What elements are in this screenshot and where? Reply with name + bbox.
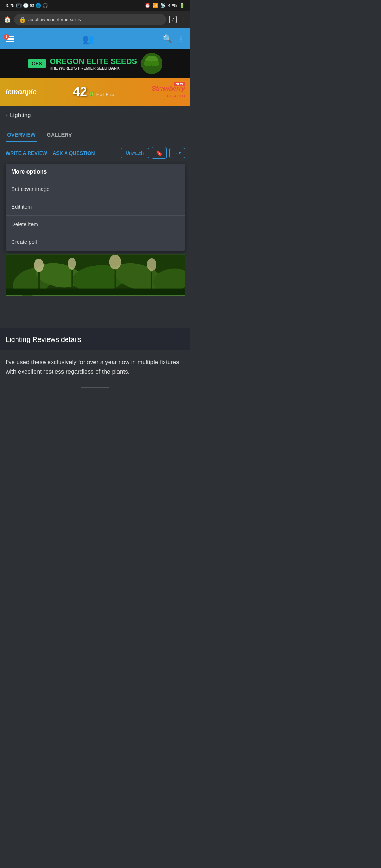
fast-buds-label: 🍀 (89, 91, 95, 97)
dropdown-item-set-cover[interactable]: Set cover image (6, 180, 185, 198)
breadcrumb[interactable]: ‹ Lighting (0, 106, 190, 125)
dropdown-item-delete[interactable]: Delete item (6, 216, 185, 233)
dropdown-item-poll[interactable]: Create poll (6, 233, 185, 251)
dropdown-item-edit[interactable]: Edit item (6, 198, 185, 216)
status-left: 3:25 📳 🕐 ✉ 🌐 🎧 (6, 3, 48, 8)
lemon-pie-area: lemonpie (6, 88, 37, 96)
alarm-status-icon: ⏰ (145, 3, 150, 8)
review-text: I've used these exclusively for over a y… (6, 357, 185, 376)
vpn-icon: 🌐 (35, 3, 41, 8)
signal-icon: 📡 (160, 3, 166, 8)
tab-count[interactable]: 7 (169, 16, 177, 23)
breadcrumb-label: Lighting (10, 112, 31, 119)
bottom-indicator (0, 384, 190, 392)
section-title: Lighting Reviews details (6, 336, 185, 344)
logo-icon: 👥 (82, 33, 95, 45)
battery-text: 42% (168, 3, 177, 8)
pie-auto-label: PIE AUTO (167, 94, 185, 98)
bookmark-button[interactable]: 🔖 (152, 147, 167, 159)
back-arrow-icon: ‹ (6, 111, 8, 119)
site-logo: 👥 (82, 33, 95, 45)
dropdown-arrow-icon: ▾ (179, 150, 181, 156)
svg-rect-18 (6, 289, 185, 295)
app-header: 1 👥 🔍 ⋮ (0, 28, 190, 49)
tabs-container: OVERVIEW GALLERY (0, 125, 190, 142)
tab-gallery[interactable]: GALLERY (46, 129, 73, 142)
headphone-icon: 🎧 (42, 3, 48, 8)
oes-logo: OES (28, 59, 46, 68)
status-time: 3:25 (6, 3, 14, 8)
hamburger-menu-button[interactable]: 1 (6, 36, 14, 42)
url-box[interactable]: 🔒 autoflower.net/forums/rms (14, 14, 166, 25)
ad-banner-oregon[interactable]: OES OREGON ELITE SEEDS THE WORLD'S PREMI… (0, 49, 190, 78)
ask-question-link[interactable]: ASK A QUESTION (53, 150, 95, 156)
svg-point-11 (68, 258, 76, 270)
dropdown-menu: More options Set cover image Edit item D… (6, 164, 185, 251)
tab-overview[interactable]: OVERVIEW (6, 129, 37, 142)
svg-point-10 (34, 259, 44, 272)
more-dropdown-button[interactable]: ··· ▾ (169, 148, 185, 158)
notification-badge: 1 (4, 34, 9, 40)
status-bar: 3:25 📳 🕐 ✉ 🌐 🎧 ⏰ 📶 📡 42% 🔋 (0, 0, 190, 11)
fast-buds-brand: Fast Buds (96, 92, 115, 97)
svg-point-13 (147, 258, 156, 271)
write-review-link[interactable]: WRITE A REVIEW (6, 150, 47, 156)
status-right: ⏰ 📶 📡 42% 🔋 (145, 3, 185, 8)
mail-icon: ✉ (30, 3, 34, 8)
wifi-icon: 📶 (152, 3, 158, 8)
alarm-icon: 🕐 (23, 3, 29, 8)
lock-icon: 🔒 (19, 16, 26, 23)
bottom-pill (81, 387, 109, 388)
svg-point-12 (109, 255, 121, 269)
strawberry-area: NEW Strawberry PIE AUTO (152, 85, 185, 99)
oes-plant-image (141, 53, 162, 74)
header-more-icon[interactable]: ⋮ (177, 34, 185, 43)
fastbuds-42: 42 🍀 Fast Buds (73, 84, 115, 99)
section-title-bar: Lighting Reviews details (0, 328, 190, 350)
action-buttons: Unwatch 🔖 ··· ▾ (121, 147, 185, 159)
battery-icon: 🔋 (179, 3, 185, 8)
url-text: autoflower.net/forums/rms (28, 17, 81, 22)
browser-bar: 🏠 🔒 autoflower.net/forums/rms 7 ⋮ (0, 11, 190, 28)
dropdown-title: More options (6, 164, 185, 180)
unwatch-button[interactable]: Unwatch (121, 148, 149, 158)
ad-banner-fastbuds[interactable]: lemonpie 42 🍀 Fast Buds NEW Strawberry P… (0, 78, 190, 106)
action-bar: WRITE A REVIEW ASK A QUESTION Unwatch 🔖 … (0, 142, 190, 164)
svg-point-3 (151, 61, 159, 66)
search-icon[interactable]: 🔍 (163, 34, 172, 43)
notification-icon: 📳 (16, 3, 22, 8)
header-actions: 🔍 ⋮ (163, 34, 185, 43)
plant-image-area (6, 254, 185, 296)
home-icon[interactable]: 🏠 (4, 16, 11, 23)
oes-text: OREGON ELITE SEEDS THE WORLD'S PREMIER S… (50, 57, 137, 70)
plant-illustration (6, 254, 185, 296)
review-content: I've used these exclusively for over a y… (0, 350, 190, 384)
new-badge: NEW (174, 82, 185, 86)
spacer (0, 300, 190, 328)
browser-more-icon[interactable]: ⋮ (180, 15, 187, 24)
